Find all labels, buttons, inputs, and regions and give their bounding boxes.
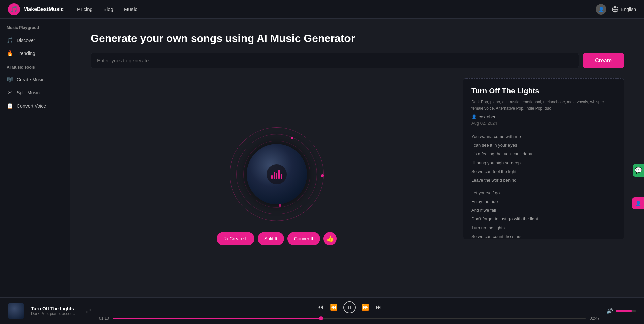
ring-dot-1 <box>291 137 293 139</box>
volume-section: 🔊 <box>606 308 636 314</box>
nav-links: Pricing Blog Music <box>77 6 596 12</box>
create-music-icon: 🎼 <box>7 76 13 83</box>
create-button[interactable]: Create <box>583 53 624 68</box>
side-avatar-button[interactable]: 👤 <box>632 197 644 209</box>
sidebar: Music Playgroud 🎵 Discover 🔥 Trending AI… <box>0 19 70 297</box>
lyrics-line: It's a feeling that you can't deny <box>471 150 615 158</box>
player-area: ReCreate It Split It Conver It 👍 Turn Of… <box>70 75 644 297</box>
content-area: Generate your own songs using AI Music G… <box>70 19 644 297</box>
sidebar-create-music-label: Create Music <box>17 77 44 82</box>
progress-row: 01:10 02:47 <box>99 316 600 321</box>
track-name: Turn Off The Lights <box>31 306 78 311</box>
ring-dot-2 <box>321 174 324 177</box>
language-selector[interactable]: English <box>612 6 636 13</box>
progress-track[interactable] <box>113 318 586 319</box>
trending-icon: 🔥 <box>7 50 13 56</box>
lyrics-line: So we can count the stars <box>471 232 615 239</box>
hero-section: Generate your own songs using AI Music G… <box>70 19 644 75</box>
split-button[interactable]: Split It <box>258 232 284 245</box>
volume-track[interactable] <box>616 310 636 312</box>
nav-blog[interactable]: Blog <box>103 6 113 12</box>
convert-button[interactable]: Conver It <box>287 232 320 245</box>
author-name: coxrobert <box>479 114 497 119</box>
main-layout: Music Playgroud 🎵 Discover 🔥 Trending AI… <box>0 19 644 297</box>
song-title: Turn Off The Lights <box>471 87 615 95</box>
song-tags: Dark Pop, piano, accoustic, emotionnal, … <box>471 99 615 112</box>
like-button[interactable]: 👍 <box>323 232 337 245</box>
sidebar-item-discover[interactable]: 🎵 Discover <box>0 34 70 47</box>
vinyl-disc <box>247 144 307 204</box>
track-description: Dark Pop, piano, accous... <box>31 311 78 316</box>
fast-forward-button[interactable]: ⏩ <box>361 303 370 312</box>
song-author: 👤 coxrobert <box>471 114 615 119</box>
ring-dot-3 <box>279 204 281 207</box>
volume-fill <box>616 310 632 312</box>
skip-forward-button[interactable]: ⏭ <box>375 303 382 311</box>
lyrics-line: You wanna come with me <box>471 132 615 141</box>
topnav: 🎵 MakeBestMusic Pricing Blog Music 👤 Eng… <box>0 0 644 19</box>
lyrics-line: Enjoy the ride <box>471 197 615 206</box>
nav-pricing[interactable]: Pricing <box>77 6 93 12</box>
lyrics-text: You wanna come with meI can see it in yo… <box>471 132 615 239</box>
action-buttons: ReCreate It Split It Conver It 👍 <box>217 232 336 245</box>
convert-voice-icon: 📋 <box>7 103 13 109</box>
vinyl-center <box>267 164 287 184</box>
shuffle-button[interactable]: ⇄ <box>85 307 92 315</box>
sidebar-item-split-music[interactable]: ✂ Split Music <box>0 86 70 99</box>
sidebar-trending-label: Trending <box>17 51 35 56</box>
pause-button[interactable]: ⏸ <box>343 301 356 313</box>
globe-icon <box>612 6 619 13</box>
visualizer-col: ReCreate It Split It Conver It 👍 <box>91 78 463 294</box>
sidebar-section1-title: Music Playgroud <box>0 25 70 34</box>
lyrics-line: Let yourself go <box>471 189 615 197</box>
language-label: English <box>621 7 636 12</box>
logo-text: MakeBestMusic <box>23 6 64 12</box>
recreate-button[interactable]: ReCreate It <box>217 232 254 245</box>
vinyl-container <box>230 127 324 221</box>
progress-fill <box>113 318 321 319</box>
skip-back-button[interactable]: ⏮ <box>317 303 324 311</box>
sidebar-item-create-music[interactable]: 🎼 Create Music <box>0 73 70 86</box>
lyrics-line: So we can feel the light <box>471 167 615 176</box>
nav-music[interactable]: Music <box>124 6 137 12</box>
feedback-button[interactable]: 💬 <box>633 164 644 177</box>
hero-title: Generate your own songs using AI Music G… <box>91 32 624 45</box>
controls-row: ⏮ ⏪ ⏸ ⏩ ⏭ <box>317 301 382 313</box>
song-date: Aug 02, 2024 <box>471 121 615 126</box>
sidebar-discover-label: Discover <box>17 38 35 43</box>
lyrics-line: I can see it in your eyes <box>471 141 615 150</box>
lyrics-line: Turn up the lights <box>471 223 615 232</box>
discover-icon: 🎵 <box>7 37 13 43</box>
sidebar-item-convert-voice[interactable]: 📋 Convert Voice <box>0 99 70 112</box>
lyrics-line: And if we fall <box>471 206 615 215</box>
rewind-button[interactable]: ⏪ <box>329 303 338 312</box>
lyrics-line: Don't forget to just go with the light <box>471 215 615 223</box>
progress-thumb <box>319 316 323 320</box>
lyrics-line: Leave the world behind <box>471 176 615 185</box>
track-info: Turn Off The Lights Dark Pop, piano, acc… <box>31 306 78 316</box>
lyrics-input[interactable] <box>91 53 579 68</box>
user-avatar[interactable]: 👤 <box>596 4 606 15</box>
lyrics-line: I'll bring you high so deep <box>471 158 615 167</box>
logo-icon: 🎵 <box>8 3 20 15</box>
volume-icon: 🔊 <box>606 308 613 314</box>
player-bar: Turn Off The Lights Dark Pop, piano, acc… <box>0 297 644 324</box>
split-music-icon: ✂ <box>7 89 13 96</box>
author-icon: 👤 <box>471 114 477 119</box>
nav-right: 👤 English <box>596 4 636 15</box>
track-thumbnail <box>8 303 24 319</box>
current-time: 01:10 <box>99 316 109 321</box>
progress-section: ⏮ ⏪ ⏸ ⏩ ⏭ 01:10 02:47 <box>99 301 600 321</box>
sidebar-item-trending[interactable]: 🔥 Trending <box>0 47 70 60</box>
sidebar-convert-voice-label: Convert Voice <box>17 103 46 109</box>
sidebar-split-music-label: Split Music <box>17 90 40 95</box>
waveform-bars <box>271 170 282 179</box>
lyrics-panel: Turn Off The Lights Dark Pop, piano, acc… <box>463 78 624 239</box>
total-time: 02:47 <box>590 316 600 321</box>
search-row: Create <box>91 53 624 68</box>
sidebar-section2-title: AI Music Tools <box>0 65 70 73</box>
logo-area[interactable]: 🎵 MakeBestMusic <box>8 3 64 15</box>
